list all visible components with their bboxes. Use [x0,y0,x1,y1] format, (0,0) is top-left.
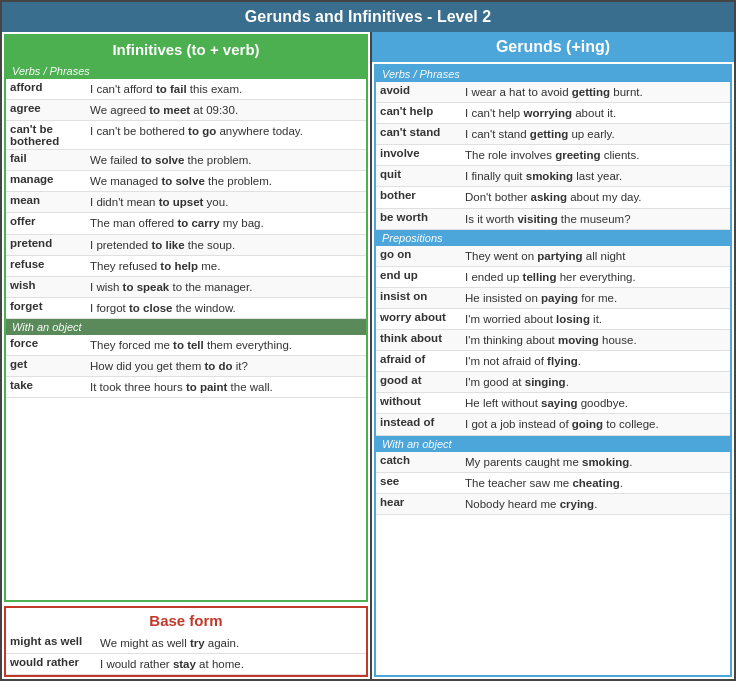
keyword: get [10,358,90,370]
bold-verb: to speak [123,281,170,293]
entry-text: I'm good at singing. [465,374,726,390]
entry-text: I can't help worrying about it. [465,105,726,121]
list-item: end up I ended up telling her everything… [376,267,730,288]
list-item: afford I can't afford to fail this exam. [6,79,366,100]
gerunds-content: Verbs / Phrases avoid I wear a hat to av… [374,64,732,677]
entry-text: I can't be bothered to go anywhere today… [90,123,362,139]
list-item: wish I wish to speak to the manager. [6,277,366,298]
entry-text: We failed to solve the problem. [90,152,362,168]
entry-text: We agreed to meet at 09:30. [90,102,362,118]
keyword: catch [380,454,465,466]
list-item: manage We managed to solve the problem. [6,171,366,192]
keyword: insist on [380,290,465,302]
list-item: bother Don't bother asking about my day. [376,187,730,208]
list-item: go on They went on partying all night [376,246,730,267]
entry-text: The teacher saw me cheating. [465,475,726,491]
list-item: instead of I got a job instead of going … [376,414,730,435]
keyword: offer [10,215,90,227]
list-item: forget I forgot to close the window. [6,298,366,319]
list-item: agree We agreed to meet at 09:30. [6,100,366,121]
bold-verb: crying [560,498,595,510]
bold-verb: greeting [555,149,600,161]
bold-verb: cheating [572,477,619,489]
entry-text: I pretended to like the soup. [90,237,362,253]
keyword: worry about [380,311,465,323]
entry-text: We managed to solve the problem. [90,173,362,189]
list-item: refuse They refused to help me. [6,256,366,277]
keyword: mean [10,194,90,206]
entry-text: I didn't mean to upset you. [90,194,362,210]
gerunds-title: Gerunds (+ing) [372,32,734,62]
entry-text: I would rather stay at home. [100,656,362,672]
entry-text: I can't afford to fail this exam. [90,81,362,97]
verbs-phrases-header-left: Verbs / Phrases [6,63,366,79]
bold-verb: worrying [523,107,572,119]
entry-text: He insisted on paying for me. [465,290,726,306]
infinitives-title: Infinitives (to + verb) [6,36,366,63]
entry-text: It took three hours to paint the wall. [90,379,362,395]
bold-verb: moving [558,334,599,346]
page-title: Gerunds and Infinitives - Level 2 [2,2,734,32]
list-item: catch My parents caught me smoking. [376,452,730,473]
keyword: bother [380,189,465,201]
keyword: force [10,337,90,349]
keyword: can't bebothered [10,123,90,147]
entry-text: I got a job instead of going to college. [465,416,726,432]
list-item: get How did you get them to do it? [6,356,366,377]
list-item: offer The man offered to carry my bag. [6,213,366,234]
bold-verb: flying [547,355,578,367]
keyword: go on [380,248,465,260]
keyword: forget [10,300,90,312]
keyword: might as well [10,635,100,647]
entry-text: I wish to speak to the manager. [90,279,362,295]
entry-text: The man offered to carry my bag. [90,215,362,231]
bold-verb: to help [160,260,198,272]
with-object-header-right: With an object [376,436,730,452]
bold-verb: to go [188,125,216,137]
bold-verb: saying [541,397,577,409]
keyword: good at [380,374,465,386]
entry-text: I'm worried about losing it. [465,311,726,327]
with-object-header-left: With an object [6,319,366,335]
list-item: insist on He insisted on paying for me. [376,288,730,309]
entry-text: The role involves greeting clients. [465,147,726,163]
entry-text: Don't bother asking about my day. [465,189,726,205]
list-item: hear Nobody heard me crying. [376,494,730,515]
entry-text: I finally quit smoking last year. [465,168,726,184]
keyword: without [380,395,465,407]
list-item: can't help I can't help worrying about i… [376,103,730,124]
list-item: would rather I would rather stay at home… [6,654,366,675]
bold-verb: to paint [186,381,228,393]
bold-verb: partying [537,250,582,262]
keyword: be worth [380,211,465,223]
keyword: can't stand [380,126,465,138]
entry-text: I ended up telling her everything. [465,269,726,285]
entry-text: My parents caught me smoking. [465,454,726,470]
list-item: pretend I pretended to like the soup. [6,235,366,256]
list-item: force They forced me to tell them everyt… [6,335,366,356]
entry-text: I'm not afraid of flying. [465,353,726,369]
keyword: end up [380,269,465,281]
entry-text: Is it worth visiting the museum? [465,211,726,227]
bold-verb: to upset [159,196,204,208]
list-item: worry about I'm worried about losing it. [376,309,730,330]
right-column: Gerunds (+ing) Verbs / Phrases avoid I w… [372,32,734,679]
bold-verb: asking [531,191,567,203]
list-item: think about I'm thinking about moving ho… [376,330,730,351]
keyword: fail [10,152,90,164]
keyword: pretend [10,237,90,249]
keyword: afford [10,81,90,93]
list-item: take It took three hours to paint the wa… [6,377,366,398]
bold-verb: telling [523,271,557,283]
keyword: afraid of [380,353,465,365]
list-item: fail We failed to solve the problem. [6,150,366,171]
bold-verb: getting [530,128,568,140]
verbs-phrases-header-right: Verbs / Phrases [376,66,730,82]
list-item: without He left without saying goodbye. [376,393,730,414]
bold-verb: to carry [177,217,219,229]
entry-text: He left without saying goodbye. [465,395,726,411]
bold-verb: to do [204,360,232,372]
keyword: manage [10,173,90,185]
bold-verb: smoking [582,456,629,468]
keyword: avoid [380,84,465,96]
